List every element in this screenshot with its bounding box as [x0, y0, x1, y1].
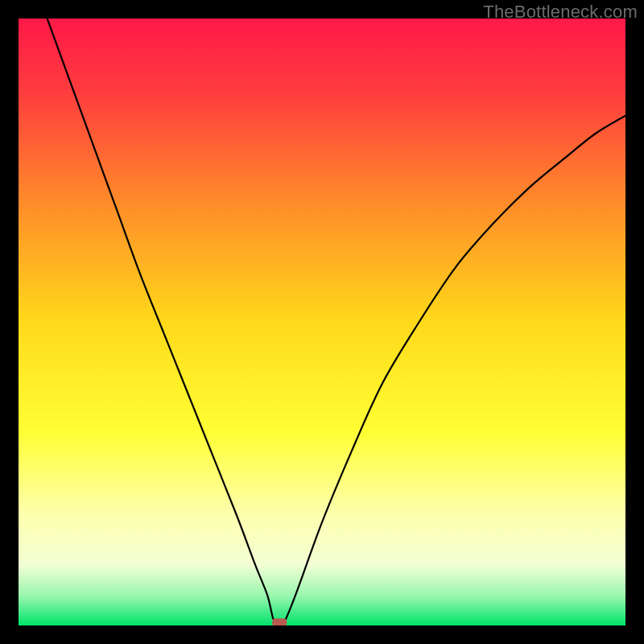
vertex-marker [272, 618, 287, 625]
chart-frame: TheBottleneck.com [0, 0, 644, 644]
watermark-text: TheBottleneck.com [483, 2, 638, 23]
plot-area [19, 19, 625, 625]
chart-svg [19, 19, 625, 625]
gradient-background [19, 19, 625, 625]
